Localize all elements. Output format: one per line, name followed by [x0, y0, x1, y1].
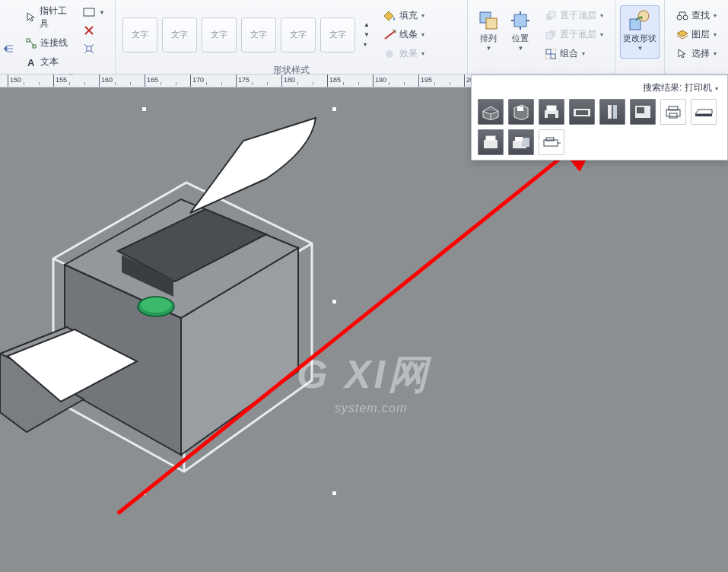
- arrange-icon: [477, 9, 500, 32]
- svg-rect-23: [517, 106, 523, 111]
- svg-rect-8: [514, 14, 526, 27]
- shape-style-option[interactable]: 文字: [202, 17, 237, 52]
- svg-rect-32: [637, 107, 644, 113]
- svg-rect-7: [486, 18, 497, 29]
- group-icon: [545, 48, 557, 60]
- shape-result-item[interactable]: [508, 129, 534, 155]
- bring-front-label: 置于顶层: [560, 9, 596, 22]
- shape-result-item[interactable]: [539, 99, 564, 125]
- connector-icon: [25, 37, 37, 49]
- fill-label: 填充: [399, 9, 418, 22]
- shape-style-option[interactable]: 文字: [320, 17, 355, 52]
- watermark-text: G XI网 system.com: [297, 348, 431, 415]
- select-button[interactable]: 选择▾: [672, 45, 720, 62]
- svg-point-18: [677, 15, 682, 20]
- bring-to-front-button: 置于顶层▾: [541, 7, 607, 24]
- svg-rect-38: [486, 136, 495, 141]
- text-tool-button[interactable]: A 文本: [21, 53, 78, 71]
- line-button[interactable]: 线条▾: [380, 26, 428, 43]
- cursor-icon: [25, 11, 37, 24]
- ribbon: 指针工具 连接线 A 文本 ▼: [0, 0, 728, 75]
- shape-result-item[interactable]: [478, 99, 504, 125]
- shape-style-option[interactable]: 文字: [162, 17, 197, 52]
- send-back-label: 置于底层: [560, 28, 596, 41]
- svg-point-19: [683, 15, 688, 20]
- change-shape-button[interactable]: 更改形状▼: [620, 5, 660, 59]
- gallery-down-button[interactable]: ▼: [361, 30, 373, 40]
- svg-rect-25: [547, 106, 556, 111]
- line-icon: [384, 29, 396, 41]
- bring-front-icon: [545, 10, 557, 22]
- resize-icon: [83, 43, 95, 55]
- shape-result-item[interactable]: [508, 99, 534, 125]
- svg-point-21: [141, 297, 171, 313]
- svg-rect-14: [551, 54, 555, 59]
- svg-rect-36: [695, 114, 712, 116]
- svg-rect-41: [515, 137, 523, 141]
- pointer-tool-label: 指针工具: [40, 5, 74, 30]
- svg-point-5: [386, 50, 393, 58]
- connector-tool-label: 连接线: [40, 37, 68, 49]
- fill-icon: [384, 10, 396, 22]
- svg-rect-30: [613, 105, 617, 119]
- rectangle-icon: [83, 6, 95, 18]
- shape-result-item[interactable]: [630, 99, 656, 125]
- gallery-more-button[interactable]: ▾: [361, 40, 373, 49]
- shape-results-grid: [478, 99, 721, 155]
- pointer-tool-button[interactable]: 指针工具: [21, 2, 78, 33]
- search-results-title: 搜索结果: 打印机 ▾: [478, 80, 721, 99]
- printer-shape[interactable]: [0, 99, 342, 525]
- svg-rect-28: [576, 110, 588, 115]
- find-label: 查找: [691, 9, 710, 22]
- fill-button[interactable]: 填充▾: [380, 7, 428, 24]
- change-shape-icon: [628, 9, 651, 32]
- line-label: 线条: [399, 28, 418, 41]
- svg-rect-35: [669, 113, 677, 118]
- find-button[interactable]: 查找▾: [672, 7, 720, 24]
- svg-rect-12: [546, 33, 552, 39]
- shape-style-option[interactable]: 文字: [241, 17, 276, 52]
- select-label: 选择: [691, 47, 710, 60]
- shape-result-item[interactable]: [691, 99, 717, 125]
- shape-result-item[interactable]: [539, 129, 564, 155]
- svg-rect-0: [27, 39, 30, 42]
- shape-result-item[interactable]: [599, 99, 625, 125]
- shape-style-gallery[interactable]: 文字 文字 文字 文字 文字 文字 ▲ ▼ ▾: [120, 2, 373, 62]
- binoculars-icon: [676, 10, 688, 22]
- x-icon: [83, 24, 95, 37]
- svg-rect-26: [548, 114, 555, 118]
- shape-result-item[interactable]: [569, 99, 595, 125]
- resize-tool-button[interactable]: [81, 40, 107, 57]
- svg-point-17: [638, 11, 649, 21]
- rectangle-tool-button[interactable]: ▼: [81, 4, 107, 21]
- position-icon: [509, 9, 532, 32]
- send-to-back-button: 置于底层▾: [541, 26, 607, 43]
- shape-result-item[interactable]: [478, 129, 504, 155]
- effect-label: 效果: [399, 47, 418, 60]
- shape-result-item[interactable]: [660, 99, 686, 125]
- layers-button[interactable]: 图层▾: [672, 26, 720, 43]
- indent-left-button[interactable]: [2, 40, 15, 57]
- gallery-up-button[interactable]: ▲: [361, 20, 373, 30]
- select-icon: [676, 48, 688, 60]
- svg-rect-40: [522, 138, 529, 147]
- svg-rect-4: [87, 46, 91, 51]
- svg-rect-16: [630, 19, 641, 30]
- arrange-button[interactable]: 排列▼: [472, 5, 504, 62]
- group-button[interactable]: 组合▾: [541, 45, 607, 62]
- text-icon: A: [25, 56, 37, 68]
- shape-style-option[interactable]: 文字: [281, 17, 316, 52]
- text-tool-label: 文本: [40, 56, 59, 68]
- svg-text:A: A: [27, 57, 35, 68]
- x-tool-button[interactable]: [81, 22, 107, 39]
- search-results-panel: 搜索结果: 打印机 ▾: [471, 75, 728, 160]
- position-button[interactable]: 位置▼: [504, 5, 536, 62]
- shape-style-option[interactable]: 文字: [122, 17, 157, 52]
- layers-label: 图层: [691, 28, 710, 41]
- svg-rect-3: [84, 8, 94, 16]
- svg-rect-29: [608, 105, 612, 119]
- send-back-icon: [545, 29, 557, 41]
- group-label: 组合: [560, 47, 578, 60]
- connector-tool-button[interactable]: 连接线: [21, 34, 78, 52]
- effect-button: 效果▾: [380, 45, 428, 62]
